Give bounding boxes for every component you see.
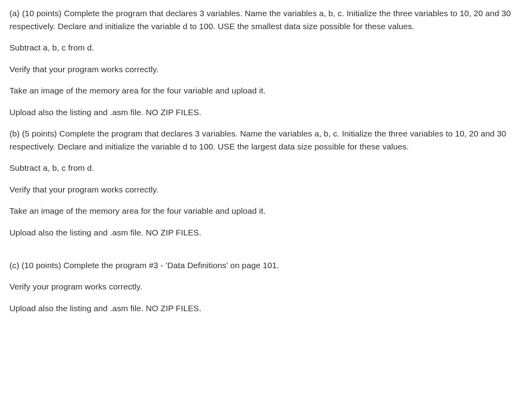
paragraph-b-intro: (b) (5 points) Complete the program that… bbox=[9, 127, 523, 153]
paragraph-a-image: Take an image of the memory area for the… bbox=[9, 84, 523, 97]
paragraph-c-intro: (c) (10 points) Complete the program #3 … bbox=[9, 259, 523, 272]
paragraph-b-image: Take an image of the memory area for the… bbox=[9, 205, 523, 218]
paragraph-c-verify: Verify your program works correctly. bbox=[9, 280, 523, 293]
paragraph-a-subtract: Subtract a, b, c from d. bbox=[9, 41, 523, 54]
paragraph-c-upload: Upload also the listing and .asm file. N… bbox=[9, 302, 523, 315]
paragraph-a-verify: Verify that your program works correctly… bbox=[9, 63, 523, 76]
paragraph-b-subtract: Subtract a, b, c from d. bbox=[9, 162, 523, 175]
paragraph-a-intro: (a) (10 points) Complete the program tha… bbox=[9, 7, 523, 33]
paragraph-b-verify: Verify that your program works correctly… bbox=[9, 183, 523, 196]
paragraph-b-upload: Upload also the listing and .asm file. N… bbox=[9, 226, 523, 239]
paragraph-a-upload: Upload also the listing and .asm file. N… bbox=[9, 106, 523, 119]
